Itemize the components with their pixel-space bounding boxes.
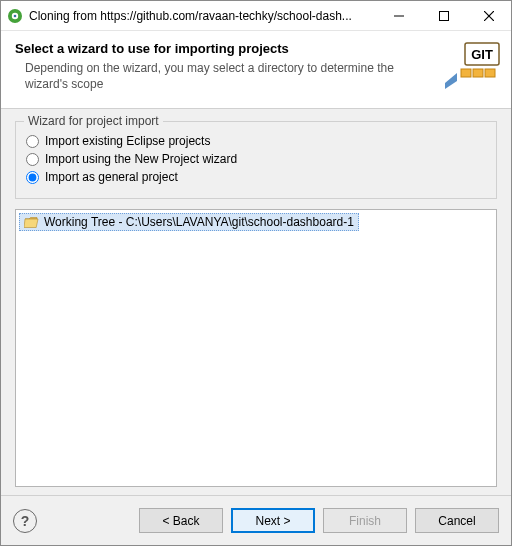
window-title: Cloning from https://github.com/ravaan-t… [29, 9, 376, 23]
git-logo-icon: GIT [445, 41, 501, 89]
working-tree-item[interactable]: Working Tree - C:\Users\LAVANYA\git\scho… [19, 213, 359, 231]
radio-import-new-project-input[interactable] [26, 153, 39, 166]
radio-import-existing[interactable]: Import existing Eclipse projects [26, 134, 486, 148]
svg-rect-4 [439, 11, 448, 20]
app-icon [7, 8, 23, 24]
radio-import-general[interactable]: Import as general project [26, 170, 486, 184]
folder-open-icon [24, 216, 39, 229]
close-button[interactable] [466, 1, 511, 30]
titlebar[interactable]: Cloning from https://github.com/ravaan-t… [1, 1, 511, 31]
wizard-header: Select a wizard to use for importing pro… [1, 31, 511, 109]
radio-import-existing-input[interactable] [26, 135, 39, 148]
svg-rect-10 [473, 69, 483, 77]
svg-rect-11 [485, 69, 495, 77]
help-button[interactable]: ? [13, 509, 37, 533]
radio-import-general-input[interactable] [26, 171, 39, 184]
back-button[interactable]: < Back [139, 508, 223, 533]
svg-rect-9 [461, 69, 471, 77]
svg-point-2 [14, 14, 17, 17]
svg-text:GIT: GIT [471, 47, 493, 62]
radio-import-general-label: Import as general project [45, 170, 178, 184]
working-tree-label: Working Tree - C:\Users\LAVANYA\git\scho… [44, 215, 354, 229]
wizard-content: Wizard for project import Import existin… [1, 109, 511, 495]
next-button[interactable]: Next > [231, 508, 315, 533]
wizard-title: Select a wizard to use for importing pro… [15, 41, 497, 56]
wizard-description: Depending on the wizard, you may select … [15, 60, 395, 92]
radio-import-new-project[interactable]: Import using the New Project wizard [26, 152, 486, 166]
window-controls [376, 1, 511, 30]
project-tree[interactable]: Working Tree - C:\Users\LAVANYA\git\scho… [15, 209, 497, 487]
radio-import-existing-label: Import existing Eclipse projects [45, 134, 210, 148]
maximize-button[interactable] [421, 1, 466, 30]
dialog-window: Cloning from https://github.com/ravaan-t… [0, 0, 512, 546]
minimize-button[interactable] [376, 1, 421, 30]
radio-import-new-project-label: Import using the New Project wizard [45, 152, 237, 166]
cancel-button[interactable]: Cancel [415, 508, 499, 533]
svg-marker-12 [445, 73, 457, 89]
wizard-import-groupbox: Wizard for project import Import existin… [15, 121, 497, 199]
groupbox-legend: Wizard for project import [24, 114, 163, 128]
button-bar: ? < Back Next > Finish Cancel [1, 495, 511, 545]
finish-button: Finish [323, 508, 407, 533]
